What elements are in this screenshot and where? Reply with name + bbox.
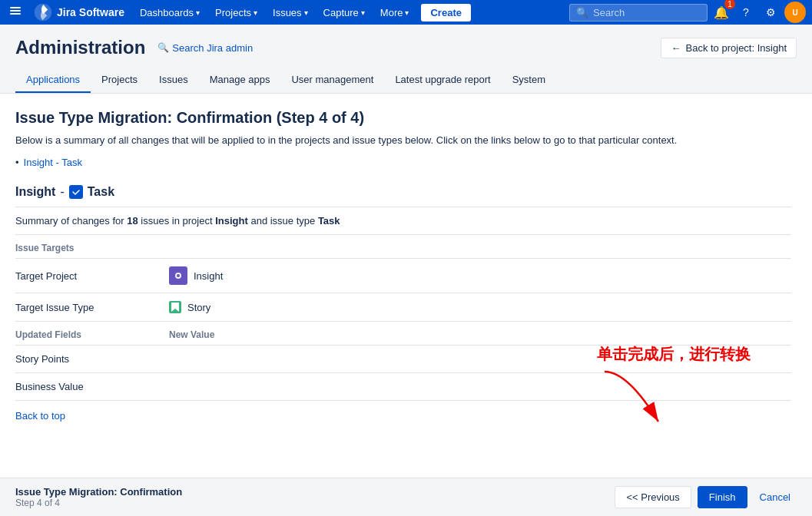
back-to-project-button[interactable]: ← Back to project: Insight <box>661 38 797 58</box>
updated-fields-label: Updated Fields <box>15 322 169 346</box>
jira-logo[interactable]: Jira Software <box>28 3 131 22</box>
business-value-row: Business Value <box>15 373 791 401</box>
breadcrumb-item: • Insight - Task <box>15 157 791 168</box>
chevron-down-icon: ▾ <box>405 8 409 17</box>
settings-button[interactable]: ⚙ <box>760 2 781 23</box>
story-points-label: Story Points <box>15 346 169 373</box>
search-bar[interactable]: 🔍 <box>569 4 708 22</box>
hamburger-menu-icon[interactable] <box>6 2 25 23</box>
migration-title: Issue Type Migration: Confirmation (Step… <box>15 109 791 127</box>
target-project-row: Target Project Insight <box>15 259 791 293</box>
new-value-label: New Value <box>169 322 791 346</box>
search-input[interactable] <box>593 7 693 18</box>
nav-manage-apps[interactable]: Manage apps <box>199 68 281 93</box>
summary-type-name: Task <box>318 215 340 227</box>
target-project-value: Insight <box>169 259 791 293</box>
summary-text: Summary of changes for 18 issues in proj… <box>15 207 791 235</box>
top-navigation: Jira Software Dashboards ▾ Projects ▾ Is… <box>0 0 812 25</box>
issue-targets-label: Issue Targets <box>15 235 791 259</box>
nav-user-management[interactable]: User management <box>280 68 384 93</box>
nav-issues[interactable]: Issues <box>148 68 199 93</box>
target-issue-type-row: Target Issue Type Story <box>15 293 791 322</box>
project-icon <box>169 266 187 285</box>
business-value-label: Business Value <box>15 373 169 401</box>
updated-fields-header-row: Updated Fields New Value <box>15 322 791 346</box>
search-icon: 🔍 <box>576 7 588 18</box>
create-button[interactable]: Create <box>421 4 470 22</box>
nav-latest-upgrade-report[interactable]: Latest upgrade report <box>384 68 501 93</box>
summary-project-name: Insight <box>215 215 248 227</box>
back-arrow-icon: ← <box>671 42 681 54</box>
back-to-top-link[interactable]: Back to top <box>15 410 65 422</box>
target-issue-type-label: Target Issue Type <box>15 293 169 322</box>
notifications-container: 🔔 1 <box>711 2 732 23</box>
chevron-down-icon: ▾ <box>254 8 257 17</box>
admin-header: Administration 🔍 Search Jira admin ← Bac… <box>0 25 812 94</box>
targets-table: Issue Targets Target Project <box>15 235 791 401</box>
issues-menu[interactable]: Issues ▾ <box>267 4 314 22</box>
projects-menu[interactable]: Projects ▾ <box>209 4 263 22</box>
help-button[interactable]: ? <box>735 2 757 23</box>
main-content: Issue Type Migration: Confirmation (Step… <box>0 94 807 437</box>
insight-section-header: Insight - Task <box>15 177 791 207</box>
svg-rect-0 <box>10 7 21 8</box>
separator: - <box>60 185 64 199</box>
nav-applications[interactable]: Applications <box>15 68 91 93</box>
notification-badge: 1 <box>724 0 735 9</box>
admin-navigation: Applications Projects Issues Manage apps… <box>15 68 797 93</box>
search-admin-icon: 🔍 <box>157 42 169 53</box>
logo-text: Jira Software <box>57 6 124 18</box>
svg-point-6 <box>177 274 180 277</box>
task-label: Task <box>88 185 114 199</box>
avatar[interactable]: U <box>784 2 806 23</box>
insight-task-link[interactable]: Insight - Task <box>24 157 82 168</box>
more-menu[interactable]: More ▾ <box>374 4 416 22</box>
chevron-down-icon: ▾ <box>304 8 308 17</box>
issue-targets-header-row: Issue Targets <box>15 235 791 259</box>
story-icon <box>169 301 181 313</box>
nav-system[interactable]: System <box>502 68 556 93</box>
capture-menu[interactable]: Capture ▾ <box>317 4 371 22</box>
nav-projects[interactable]: Projects <box>91 68 148 93</box>
page-title: Administration <box>15 37 145 58</box>
bullet-icon: • <box>15 157 19 168</box>
dashboards-menu[interactable]: Dashboards ▾ <box>134 4 206 22</box>
target-issue-type-value: Story <box>169 293 791 322</box>
svg-rect-1 <box>10 10 21 12</box>
migration-description: Below is a summary of all changes that w… <box>15 134 791 146</box>
svg-rect-2 <box>10 13 21 15</box>
story-points-row: Story Points <box>15 346 791 373</box>
insight-label: Insight <box>15 185 55 199</box>
search-jira-admin-link[interactable]: 🔍 Search Jira admin <box>157 42 253 54</box>
chevron-down-icon: ▾ <box>196 8 200 17</box>
summary-count: 18 <box>127 215 138 227</box>
task-checkbox-icon <box>69 185 83 199</box>
chevron-down-icon: ▾ <box>361 8 365 17</box>
target-project-label: Target Project <box>15 259 169 293</box>
